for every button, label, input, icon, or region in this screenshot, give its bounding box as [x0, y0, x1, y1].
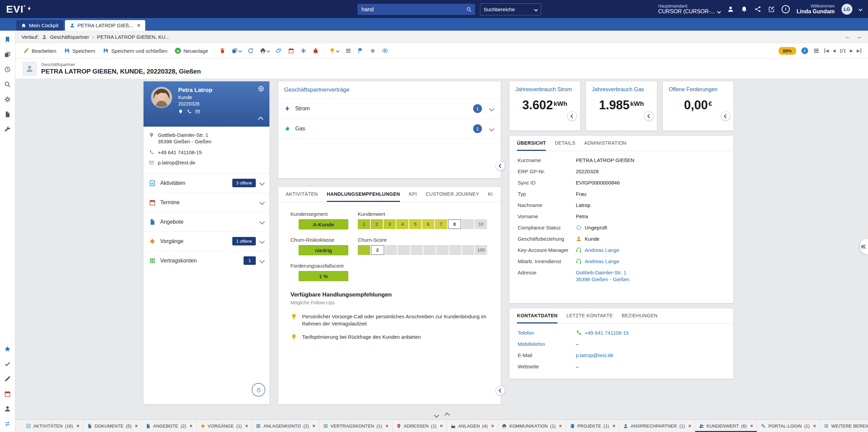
bottom-tab-vertragskonten[interactable]: VERTRAGSKONTEN (1) ×: [319, 420, 393, 432]
close-icon[interactable]: ×: [440, 423, 443, 429]
close-icon[interactable]: ×: [189, 423, 192, 429]
bottom-tab-anlagenkonto[interactable]: ANLAGENKONTO (2) ×: [252, 420, 319, 432]
bookmark-icon[interactable]: [4, 36, 11, 43]
bottom-tab-angebote[interactable]: ANGEBOTE (2) ×: [142, 420, 197, 432]
new-record-button[interactable]: + Neuanlage: [171, 45, 212, 57]
chevron-down-icon[interactable]: [489, 106, 495, 111]
user-icon[interactable]: [727, 6, 734, 13]
flag-add-button[interactable]: [354, 45, 367, 57]
swap-icon[interactable]: [4, 420, 11, 427]
tab-details[interactable]: DETAILS: [555, 136, 575, 151]
location-pin-icon[interactable]: [178, 109, 183, 114]
section-angebote[interactable]: Angebote: [144, 212, 269, 231]
favorite-button[interactable]: [367, 45, 379, 57]
panel-expander[interactable]: [644, 111, 654, 121]
star-icon[interactable]: [4, 346, 11, 352]
churn-class-button[interactable]: niedrig: [299, 245, 348, 255]
expand-panel-icon[interactable]: [444, 412, 450, 418]
bottom-tab-ansprechpartner[interactable]: ANSPRECHPARTNER (1) ×: [619, 420, 695, 432]
bottom-tab-kundenwert[interactable]: KUNDENWERT (6) ×: [695, 420, 757, 432]
bell-icon[interactable]: [741, 6, 748, 13]
visibility-button[interactable]: [379, 45, 391, 57]
field-value-link[interactable]: +49 641 741108-15: [585, 330, 629, 336]
bottom-tab-portal-login[interactable]: PORTAL-LOGIN (1) ×: [757, 420, 820, 432]
print-button[interactable]: [257, 45, 273, 57]
person-icon[interactable]: [4, 405, 11, 412]
section-vorgänge[interactable]: Vorgänge 1 offene: [144, 231, 269, 251]
tab-kpi[interactable]: KPI: [409, 187, 417, 202]
first-page-button[interactable]: ◀: [824, 48, 829, 53]
section-aktivitäten[interactable]: Aktivitäten 3 offene: [144, 173, 269, 193]
chevron-down-icon[interactable]: [260, 219, 265, 225]
panel-expander[interactable]: [496, 161, 505, 171]
close-icon[interactable]: ×: [245, 423, 248, 429]
breadcrumb-item-current[interactable]: PETRA LATROP GIEßEN, KU...: [97, 34, 170, 40]
tab-mein-cockpit[interactable]: Mein Cockpit: [16, 20, 63, 31]
edit-square-icon[interactable]: [768, 6, 775, 13]
close-icon[interactable]: ×: [77, 423, 79, 429]
chevron-down-icon[interactable]: [260, 258, 265, 263]
search-scope-dropdown[interactable]: Suchbereiche: [480, 3, 541, 15]
close-icon[interactable]: ×: [135, 423, 138, 429]
close-icon[interactable]: ×: [386, 423, 388, 429]
document-icon[interactable]: [4, 111, 11, 118]
close-icon[interactable]: ×: [312, 423, 315, 429]
delete-button[interactable]: [216, 45, 229, 57]
bottom-tab-vorgänge[interactable]: VORGÄNGE (1) ×: [197, 420, 252, 432]
search-icon[interactable]: [466, 7, 472, 12]
field-value-link[interactable]: p.latrop@test.de: [576, 352, 613, 358]
search-icon[interactable]: [4, 81, 11, 88]
chevron-down-icon[interactable]: [260, 180, 265, 186]
zoom-badge[interactable]: 88%: [779, 47, 796, 55]
bottom-tab-anlagen[interactable]: ANLAGEN (4) ×: [447, 420, 498, 432]
calendar-icon[interactable]: [4, 390, 11, 397]
history-icon[interactable]: [4, 66, 11, 73]
tab-aktivitäten[interactable]: AKTIVITÄTEN: [286, 187, 318, 202]
menu-icon[interactable]: [813, 48, 819, 54]
panel-expander[interactable]: [721, 111, 730, 121]
bottom-tab-adressen[interactable]: ADRESSEN (1) ×: [393, 420, 447, 432]
segment-value-button[interactable]: A-Kunde: [299, 219, 348, 229]
tenant-selector[interactable]: Hauptmandant: CURSOR (CURSOR-...: [658, 3, 720, 15]
bottom-tab-aktivitäten[interactable]: AKTIVITÄTEN (16) ×: [22, 420, 83, 432]
close-icon[interactable]: ×: [688, 423, 691, 429]
globe-icon[interactable]: [258, 85, 264, 92]
bottom-tab-weitere-bereiche[interactable]: WEITERE BEREICHE: [820, 420, 868, 432]
breadcrumb-item-geschaeftspartner[interactable]: Geschäftspartner: [50, 34, 89, 40]
chevron-down-icon[interactable]: [260, 200, 265, 205]
bottom-tab-kommunikation[interactable]: KOMMUNIKATION (1) ×: [498, 420, 566, 432]
wrench-icon[interactable]: [4, 126, 11, 133]
section-termine[interactable]: Termine: [144, 193, 269, 212]
lock-icon[interactable]: [252, 383, 265, 397]
field-value-line2[interactable]: 35398 Gießen - Gießen: [576, 276, 630, 282]
collapse-header-icon[interactable]: [258, 117, 264, 122]
tab-handlungsempfehlungen[interactable]: HANDLUNGSEMPFEHLUNGEN: [327, 187, 400, 202]
field-value-link[interactable]: Andreas Lange: [585, 247, 619, 253]
panel-expander[interactable]: [567, 111, 577, 121]
chevron-down-icon[interactable]: [858, 7, 862, 11]
lamp-button[interactable]: [326, 45, 342, 57]
bug-button[interactable]: [310, 45, 322, 57]
contract-row-strom[interactable]: Strom 1: [278, 98, 501, 118]
close-icon[interactable]: ×: [491, 423, 494, 429]
field-value-link[interactable]: Gottlieb-Daimler-Str. 1: [576, 270, 626, 275]
panel-expander[interactable]: [496, 386, 505, 395]
contract-row-gas[interactable]: Gas 1: [278, 118, 501, 139]
close-icon[interactable]: ×: [559, 423, 562, 429]
tab-beziehungen[interactable]: BEZIEHUNGEN: [622, 308, 658, 323]
attach-button[interactable]: [273, 45, 285, 57]
contact-photo[interactable]: [151, 87, 172, 108]
bottom-tab-projekte[interactable]: PROJEKTE (1) ×: [566, 420, 619, 432]
edit-button[interactable]: Bearbeiten: [19, 45, 60, 57]
bottom-tab-dokumente[interactable]: DOKUMENTE (5) ×: [83, 420, 142, 432]
history-back-icon[interactable]: ←: [845, 33, 851, 40]
phone-icon[interactable]: [187, 109, 191, 114]
close-icon[interactable]: ×: [613, 423, 615, 429]
tab-administration[interactable]: ADMINISTRATION: [584, 136, 626, 151]
save-button[interactable]: Speichern: [60, 45, 99, 57]
search-input[interactable]: [361, 6, 466, 13]
last-page-button[interactable]: ▶: [857, 48, 861, 53]
tab-ki[interactable]: KI: [488, 187, 493, 202]
history-forward-icon[interactable]: →: [856, 33, 862, 40]
copy-button[interactable]: [229, 45, 245, 57]
